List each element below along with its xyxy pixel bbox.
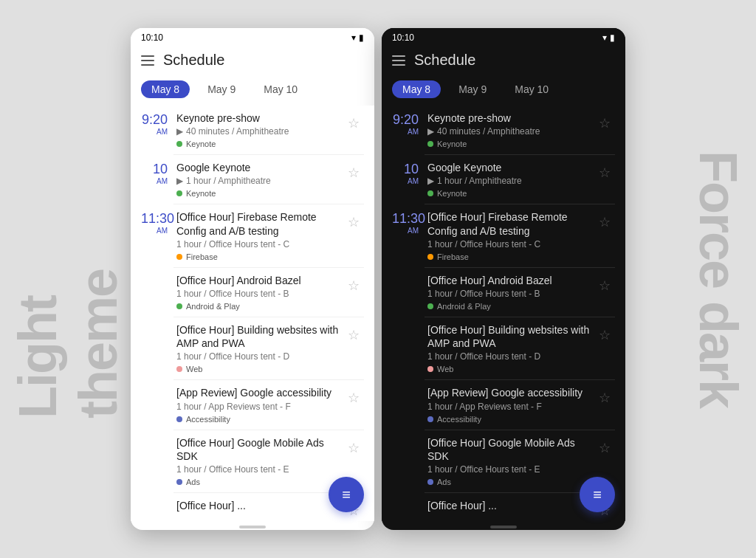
fab-icon-light: ≡ [342,487,351,502]
star-button[interactable]: ☆ [594,162,615,183]
star-button[interactable]: ☆ [343,275,364,296]
tag-row: Accessibility [427,415,594,424]
fab-dark[interactable]: ≡ [580,477,615,512]
event-meta: 1 hour / App Reviews tent - F [427,402,594,412]
time-col [392,274,425,275]
tag-row: Keynote [427,189,594,198]
time-hour: 10 [141,162,168,177]
event-row[interactable]: 11:30AM[Office Hour] Firebase Remote Con… [131,204,374,266]
event-title: [Office Hour] Android Bazel [427,274,594,287]
event-title: Google Keynote [427,161,594,174]
tag-row: Ads [427,478,594,486]
time-col: 9:20AM [392,111,425,136]
event-meta: 1 hour / Office Hours tent - B [427,289,594,299]
event-row[interactable]: 9:20AMKeynote pre-show▶40 minutes / Amph… [382,106,625,154]
event-row[interactable]: 9:20AMKeynote pre-show▶40 minutes / Amph… [131,106,374,154]
date-tab-may9[interactable]: May 9 [448,80,497,98]
event-meta-text: 40 minutes / Amphitheatre [186,126,289,137]
tag-dot [176,190,182,196]
tag-row: Android & Play [427,302,594,311]
event-row[interactable]: [Office Hour] Building websites with AMP… [382,317,625,379]
event-row[interactable]: [App Review] Google accessibility1 hour … [382,380,625,429]
time-ampm: AM [392,128,419,136]
time-col [392,499,425,500]
time-col [141,499,173,500]
event-info: Google Keynote▶1 hour / AmphitheatreKeyn… [425,161,594,198]
event-row[interactable]: [Office Hour] Android Bazel1 hour / Offi… [382,268,625,317]
date-tab-may8[interactable]: May 8 [392,80,441,98]
date-tab-may10[interactable]: May 10 [253,80,308,98]
video-icon: ▶ [176,126,183,137]
event-row[interactable]: 10AMGoogle Keynote▶1 hour / Amphitheatre… [382,155,625,204]
date-tab-may8[interactable]: May 8 [141,80,190,98]
hamburger-menu[interactable] [141,55,154,66]
star-icon: ☆ [348,440,360,456]
star-button[interactable]: ☆ [594,325,615,345]
tag-label: Web [186,365,202,373]
time-col [392,323,425,325]
tag-dot [176,141,182,147]
star-icon: ☆ [599,165,611,181]
status-bar-dark: 10:10 ▾ ▮ [382,28,625,46]
date-tab-may10[interactable]: May 10 [504,80,559,98]
tag-dot [427,190,433,196]
event-row[interactable]: [Office Hour] Android Bazel1 hour / Offi… [131,268,374,317]
status-bar-light: 10:10 ▾ ▮ [131,28,374,46]
app-bar-light: Schedule [131,46,374,76]
schedule-list-light[interactable]: 9:20AMKeynote pre-show▶40 minutes / Amph… [131,106,374,521]
tag-label: Android & Play [186,302,240,311]
star-button[interactable]: ☆ [594,212,615,232]
star-button[interactable]: ☆ [343,438,364,458]
event-row[interactable]: [App Review] Google accessibility1 hour … [131,380,374,429]
star-icon: ☆ [599,115,611,131]
star-button[interactable]: ☆ [594,438,615,458]
event-info: [Office Hour] ... [425,499,594,512]
tag-row: Accessibility [176,415,343,424]
time-ampm: AM [141,177,168,185]
tag-label: Web [437,365,453,373]
time-ampm: AM [392,177,419,185]
event-row[interactable]: 11:30AM[Office Hour] Firebase Remote Con… [382,204,625,266]
event-meta-text: 1 hour / Office Hours tent - B [176,289,289,299]
date-tab-may9[interactable]: May 9 [197,80,246,98]
event-meta: ▶1 hour / Amphitheatre [427,176,594,186]
star-icon: ☆ [348,278,360,294]
star-button[interactable]: ☆ [594,113,615,134]
star-button[interactable]: ☆ [343,162,364,183]
tag-dot [176,366,182,372]
time-ampm: AM [392,227,419,235]
status-icons-dark: ▾ ▮ [602,32,615,43]
status-time: 10:10 [141,32,163,43]
scroll-pill-dark [490,526,517,528]
star-button[interactable]: ☆ [594,388,615,408]
time-hour: 9:20 [392,113,419,128]
schedule-list-dark[interactable]: 9:20AMKeynote pre-show▶40 minutes / Amph… [382,106,625,521]
star-button[interactable]: ☆ [343,212,364,232]
star-icon: ☆ [348,390,360,406]
fab-light[interactable]: ≡ [329,477,364,512]
tag-dot [427,416,433,422]
star-button[interactable]: ☆ [594,275,615,296]
tag-label: Keynote [437,189,467,198]
video-icon: ▶ [427,126,434,137]
star-button[interactable]: ☆ [343,325,364,345]
event-info: [Office Hour] Building websites with AMP… [425,323,594,373]
event-meta: 1 hour / Office Hours tent - D [176,351,343,362]
event-meta-text: 40 minutes / Amphitheatre [437,126,540,137]
status-icons: ▾ ▮ [351,32,364,43]
event-row[interactable]: [Office Hour] Building websites with AMP… [131,317,374,379]
event-row[interactable]: 10AMGoogle Keynote▶1 hour / Amphitheatre… [131,155,374,204]
star-button[interactable]: ☆ [343,388,364,408]
tag-label: Android & Play [437,302,491,311]
time-hour: 9:20 [141,113,168,128]
hamburger-menu-dark[interactable] [392,55,405,66]
star-button[interactable]: ☆ [343,113,364,134]
tag-label: Keynote [186,140,216,148]
tag-row: Firebase [176,252,343,261]
tag-row: Keynote [176,189,343,198]
event-title: [App Review] Google accessibility [427,386,594,399]
star-icon: ☆ [599,214,611,230]
time-ampm: AM [141,227,168,235]
event-title: [Office Hour] Google Mobile Ads SDK [176,436,343,463]
tag-row: Web [427,365,594,373]
